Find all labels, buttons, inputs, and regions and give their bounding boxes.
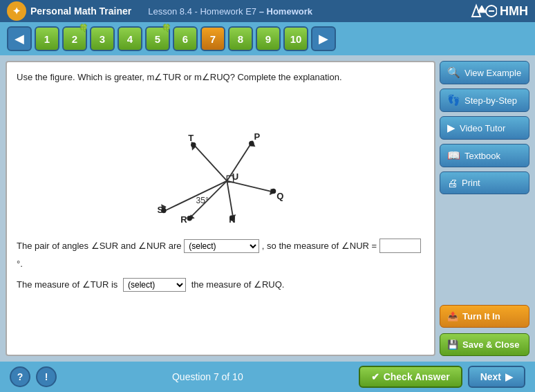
- nav-btn-9[interactable]: 9: [256, 26, 281, 51]
- header: ✦ Personal Math Trainer Lesson 8.4 - Hom…: [0, 0, 535, 22]
- answer-suffix-1: , so the measure of ∠NUR =: [262, 241, 377, 251]
- app-name: Personal Math Trainer: [30, 6, 131, 17]
- print-button[interactable]: 🖨 Print: [440, 171, 529, 194]
- next-nav-button[interactable]: ▶: [311, 26, 336, 51]
- nav-btn-6[interactable]: 6: [173, 26, 198, 51]
- video-tutor-button[interactable]: ▶ Video Tutor: [440, 116, 529, 140]
- question-counter: Question 7 of 10: [172, 371, 243, 382]
- answer-prefix-1: The pair of angles ∠SUR and ∠NUR are: [17, 241, 182, 251]
- svg-line-5: [191, 142, 227, 181]
- save-close-icon: 💾: [447, 339, 458, 350]
- nur-angle-input[interactable]: [379, 239, 421, 253]
- checkmark-icon: ✔: [371, 371, 379, 382]
- print-label: Print: [462, 178, 480, 188]
- svg-text:Q: Q: [276, 191, 283, 201]
- save-close-label: Save & Close: [462, 339, 519, 350]
- svg-point-22: [187, 216, 191, 221]
- print-icon: 🖨: [447, 177, 458, 189]
- answer-line-2: The measure of ∠TUR is (select) greater …: [17, 276, 424, 294]
- hmh-label: HMH: [500, 4, 528, 19]
- bottom-right: ✔ Check Answer Next ▶: [359, 366, 525, 388]
- logo-icon: ✦: [7, 1, 26, 21]
- next-label: Next: [480, 371, 501, 382]
- svg-text:T: T: [188, 133, 194, 143]
- nav-btn-8[interactable]: 8: [228, 26, 253, 51]
- degree-symbol: °.: [17, 259, 23, 269]
- svg-text:N: N: [229, 214, 235, 225]
- svg-text:R: R: [180, 214, 187, 225]
- prev-button[interactable]: ◀: [7, 26, 32, 51]
- nav-btn-4[interactable]: 4: [118, 26, 142, 51]
- answer-area: The pair of angles ∠SUR and ∠NUR are (se…: [17, 237, 424, 294]
- header-left: ✦ Personal Math Trainer Lesson 8.4 - Hom…: [7, 1, 312, 21]
- textbook-button[interactable]: 📖 Textbook: [440, 144, 529, 167]
- svg-line-8: [162, 181, 227, 212]
- save-close-button[interactable]: 💾 Save & Close: [440, 333, 529, 356]
- video-tutor-icon: ▶: [447, 122, 456, 134]
- nav-btn-3[interactable]: 3: [90, 26, 115, 51]
- svg-text:35°: 35°: [196, 196, 209, 205]
- answer-line-1: The pair of angles ∠SUR and ∠NUR are (se…: [17, 237, 424, 273]
- header-hmh: HMH: [469, 3, 528, 19]
- nav-btn-1[interactable]: 1: [35, 26, 59, 51]
- help-button[interactable]: ?: [10, 366, 30, 387]
- next-button[interactable]: Next ▶: [468, 366, 525, 388]
- sidebar: 🔍 View Example 👣 Step-by-Step ▶ Video Tu…: [440, 61, 529, 356]
- view-example-label: View Example: [464, 68, 521, 78]
- bottom-left: ? !: [10, 366, 57, 387]
- turn-it-in-button[interactable]: 📤 Turn It In: [440, 305, 529, 328]
- svg-line-13: [227, 181, 233, 220]
- header-logo: ✦ Personal Math Trainer: [7, 1, 131, 21]
- nav-btn-10[interactable]: 10: [283, 26, 308, 51]
- select-comparison[interactable]: (select) greater than less than equal to: [123, 278, 186, 292]
- nav-btn-5[interactable]: 5🍀: [145, 26, 170, 51]
- geometry-figure: T P Q S N R U 35°: [124, 89, 317, 227]
- header-lesson: Lesson 8.4 - Homework E7 – Homework: [148, 6, 312, 17]
- nav-btn-2[interactable]: 2🍀: [62, 26, 87, 51]
- svg-text:S: S: [158, 205, 164, 215]
- question-text: Use the figure. Which is greater, m∠TUR …: [17, 72, 424, 82]
- svg-point-18: [249, 141, 254, 146]
- svg-text:P: P: [254, 131, 261, 142]
- textbook-label: Textbook: [464, 151, 500, 161]
- check-answer-label: Check Answer: [384, 371, 450, 382]
- step-by-step-button[interactable]: 👣 Step-by-Step: [440, 88, 529, 112]
- answer-prefix-2: The measure of ∠TUR is: [17, 279, 118, 290]
- svg-text:U: U: [232, 171, 238, 182]
- turn-it-in-label: Turn It In: [462, 311, 500, 321]
- svg-line-7: [227, 181, 275, 193]
- view-example-button[interactable]: 🔍 View Example: [440, 61, 529, 84]
- navbar: ◀ 1 2🍀 3 4 5🍀 6 7 8 9 10 ▶: [0, 22, 535, 55]
- select-angle-relation[interactable]: (select) supplementary complementary ver…: [184, 239, 259, 253]
- svg-point-19: [271, 189, 276, 194]
- svg-line-6: [227, 141, 252, 181]
- check-answer-button[interactable]: ✔ Check Answer: [359, 366, 462, 388]
- view-example-icon: 🔍: [447, 66, 460, 79]
- nav-btn-7[interactable]: 7: [200, 26, 225, 51]
- turn-it-in-icon: 📤: [447, 311, 458, 321]
- step-by-step-icon: 👣: [447, 94, 460, 106]
- question-panel: Use the figure. Which is greater, m∠TUR …: [6, 61, 435, 356]
- textbook-icon: 📖: [447, 149, 460, 162]
- step-by-step-label: Step-by-Step: [464, 95, 517, 106]
- main-content: Use the figure. Which is greater, m∠TUR …: [0, 55, 535, 362]
- answer-suffix-2: the measure of ∠RUQ.: [191, 279, 285, 290]
- next-arrow-icon: ▶: [505, 371, 513, 382]
- video-tutor-label: Video Tutor: [460, 123, 505, 133]
- alert-button[interactable]: !: [36, 366, 57, 387]
- bottom-bar: ? ! Question 7 of 10 ✔ Check Answer Next…: [0, 362, 535, 392]
- svg-marker-1: [478, 6, 486, 12]
